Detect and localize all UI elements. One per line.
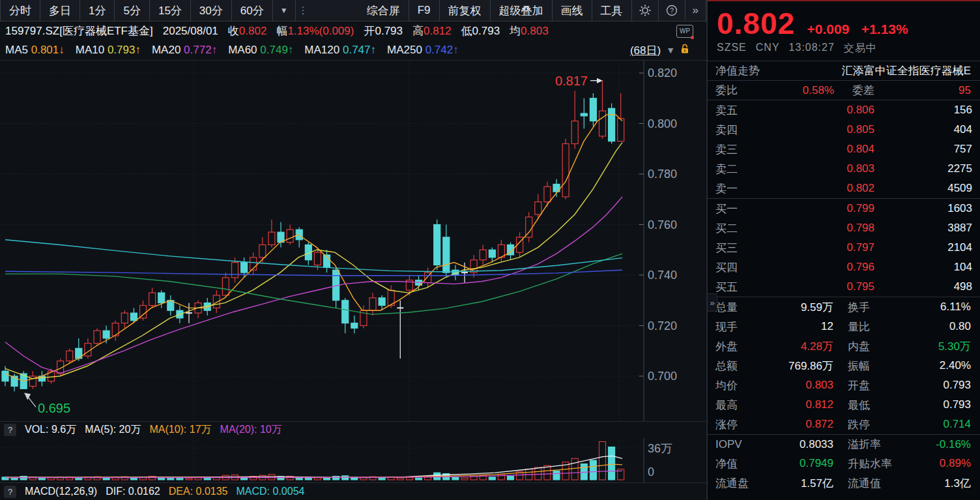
price-axis-label: 0.760 xyxy=(648,218,677,231)
tab-tools[interactable]: 工具 xyxy=(592,0,632,21)
bid-row-4[interactable]: 买四0.796104 xyxy=(708,257,980,277)
vol-value: VOL: 9.6万 xyxy=(25,423,76,437)
weibi-value: 0.58% xyxy=(738,84,834,97)
price-axis-label: 0.700 xyxy=(648,370,677,383)
ask-row-3[interactable]: 卖三0.804757 xyxy=(708,140,980,159)
volume-help-icon[interactable]: ? xyxy=(4,424,16,436)
tab-f9[interactable]: F9 xyxy=(409,0,440,21)
macd-help-icon[interactable]: ? xyxy=(4,486,16,498)
volume-chart[interactable]: 36万0 xyxy=(0,438,706,482)
stat-value: 0.793 xyxy=(910,398,971,411)
vol-ma10: MA(10): 17万 xyxy=(149,423,211,437)
stat-label: 内盘 xyxy=(848,339,910,354)
candlestick-chart[interactable]: 0.8200.8000.7800.7600.7400.7200.7000.817… xyxy=(0,61,706,421)
volume-bar xyxy=(609,447,615,480)
stat-label: 量比 xyxy=(848,319,910,334)
panel-collapse-handle[interactable]: » xyxy=(708,293,717,312)
weicha-label: 委差 xyxy=(852,83,874,98)
tab-composite-screen[interactable]: 综合屏 xyxy=(358,0,409,21)
ask-row-1[interactable]: 卖一0.8024509 xyxy=(708,179,980,198)
tab-super-overlay[interactable]: 超级叠加 xyxy=(491,0,553,21)
candle xyxy=(480,250,486,260)
volume-bar xyxy=(461,478,468,480)
tab-draw-line[interactable]: 画线 xyxy=(553,0,592,21)
wencai-wp-icon[interactable]: WP xyxy=(676,25,693,38)
bid-row-1[interactable]: 买一0.7991603 xyxy=(708,199,980,218)
candle xyxy=(379,298,385,306)
tab-30min[interactable]: 30分 xyxy=(191,0,232,21)
price-axis-label: 0.740 xyxy=(648,269,677,282)
stat-value: 0.872 xyxy=(773,418,833,431)
candle xyxy=(443,237,450,272)
ask-row-5[interactable]: 卖五0.806156 xyxy=(708,100,980,120)
main-chart-svg[interactable]: 0.8200.8000.7800.7600.7400.7200.7000.817… xyxy=(0,61,707,421)
unlock-icon[interactable] xyxy=(680,44,689,57)
volume-bar xyxy=(599,441,606,480)
volume-bar xyxy=(544,465,551,480)
volume-chart-svg[interactable]: 36万0 xyxy=(0,438,707,482)
tab-15min[interactable]: 15分 xyxy=(150,0,191,21)
macd-dif: DIF: 0.0162 xyxy=(106,486,160,497)
weicha-value: 95 xyxy=(874,84,971,97)
tab-5min[interactable]: 5分 xyxy=(115,0,149,21)
level-price: 0.797 xyxy=(770,241,874,254)
stat-label: 开盘 xyxy=(848,378,910,393)
tab-forward-adjust[interactable]: 前复权 xyxy=(440,0,491,21)
tab-1min[interactable]: 1分 xyxy=(80,0,115,21)
ma120-legend: MA120 0.747↑ xyxy=(304,44,376,57)
nav-trend-label[interactable]: 净值走势 xyxy=(715,63,760,78)
candle xyxy=(535,202,541,214)
stat-row: 最高0.812最低0.793 xyxy=(708,395,980,415)
stat-value: 6.11% xyxy=(910,301,971,314)
level-price: 0.805 xyxy=(770,123,874,136)
period-dropdown-icon[interactable]: ▼ xyxy=(273,0,296,21)
tab-60min[interactable]: 60分 xyxy=(232,0,273,21)
volume-bar xyxy=(416,478,422,480)
tab-multiday[interactable]: 多日 xyxy=(40,0,80,21)
level-volume: 4509 xyxy=(874,182,972,195)
level-volume: 757 xyxy=(874,143,972,156)
ask-row-4[interactable]: 卖四0.805404 xyxy=(708,120,980,140)
level-label: 卖三 xyxy=(715,142,770,157)
chart-column: 分时 多日 1分 5分 15分 30分 60分 ▼ ⋮ 综合屏 F9 前复权 超… xyxy=(0,0,707,500)
bid-row-3[interactable]: 买三0.7972104 xyxy=(708,238,980,257)
commission-ratio-row: 委比 0.58% 委差 95 xyxy=(708,81,980,100)
volume-bar xyxy=(397,478,403,480)
visible-period-link[interactable]: (68日) xyxy=(630,43,661,58)
candle xyxy=(581,113,587,116)
help-icon[interactable]: ? xyxy=(659,0,685,21)
bid-row-2[interactable]: 买二0.7983887 xyxy=(708,218,980,238)
period-triangle-icon[interactable]: ▼ xyxy=(666,45,675,55)
ma60-legend: MA60 0.749↑ xyxy=(228,44,293,57)
stat-row: 流通盘1.57亿流通值1.3亿 xyxy=(708,473,980,493)
tab-timeline[interactable]: 分时 xyxy=(0,0,40,21)
overflow-dots-icon[interactable]: ⋮ xyxy=(296,0,311,21)
level-price: 0.802 xyxy=(770,182,874,195)
ma5-legend: MA5 0.801↓ xyxy=(5,44,65,57)
volume-bar xyxy=(452,477,459,480)
level-label: 买四 xyxy=(715,260,770,275)
field-avg: 均0.803 xyxy=(510,23,549,38)
settings-gear-icon[interactable] xyxy=(632,0,659,21)
stat-label: 均价 xyxy=(715,378,773,393)
field-open: 开0.793 xyxy=(364,23,403,38)
stat-value: 0.7949 xyxy=(773,457,833,470)
ask-row-2[interactable]: 卖二0.8032275 xyxy=(708,159,980,179)
vol-axis-max: 36万 xyxy=(648,442,672,455)
more-chevron-icon[interactable]: » xyxy=(685,0,706,21)
level-label: 卖五 xyxy=(715,103,770,118)
level-price: 0.806 xyxy=(770,104,874,117)
stats-rows: 总量9.59万换手6.11%现手12量比0.80外盘4.28万内盘5.30万总额… xyxy=(708,297,980,493)
volume-bar xyxy=(204,478,210,480)
price-change-pct: +1.13% xyxy=(861,22,908,37)
symbol-name[interactable]: 159797.SZ[医疗器械ETF基金] xyxy=(5,23,153,38)
stat-label: 外盘 xyxy=(715,339,773,354)
stat-value: 0.812 xyxy=(773,398,833,411)
bid-row-5[interactable]: 买五0.795498 xyxy=(708,277,980,297)
candle xyxy=(434,225,440,265)
stat-value: 9.59万 xyxy=(773,300,833,315)
weibi-label: 委比 xyxy=(715,83,738,98)
candle xyxy=(351,323,358,329)
stat-value: 0.793 xyxy=(910,379,971,392)
nav-trend-row[interactable]: 净值走势 汇添富中证全指医疗器械E xyxy=(708,61,980,81)
